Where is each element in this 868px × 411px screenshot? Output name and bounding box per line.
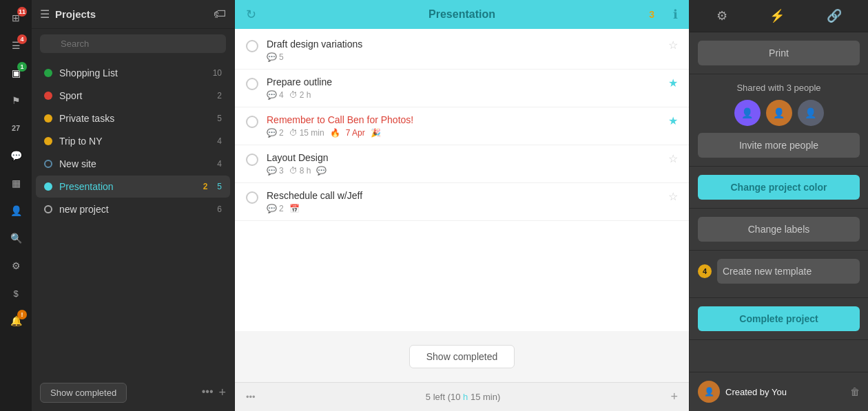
task-meta-3: 💬2 ⏱15 min 🔥 7 Apr 🎉 [267,128,660,138]
created-by-text: Created by You [725,387,845,397]
chat-bubble-icon-4: 💬 [316,166,327,176]
gear-sidebar-icon[interactable]: ⚙ [3,253,28,278]
created-by-user: You [772,387,787,397]
sidebar-item-shopping-list[interactable]: Shopping List 10 [36,62,230,84]
comment-icon-1: 💬 [267,52,277,62]
chart-icon[interactable]: ▦ [3,171,28,196]
print-button[interactable]: Print [698,41,860,65]
comment-icon-3: 💬 [267,128,277,138]
dollar-icon[interactable]: $ [3,281,28,306]
footer-plus-icon[interactable]: + [670,390,678,404]
search-icon[interactable]: 🔍 [3,226,28,251]
task-checkbox-2[interactable] [246,78,258,90]
clock-icon-3: ⏱ [289,128,298,138]
step-row-4: 4 Create new template [698,259,860,284]
project-dot-trip [44,137,52,145]
apps-icon[interactable]: ⊞ 11 [3,6,28,30]
panel-lightning-icon[interactable]: ⚡ [764,6,790,26]
sidebar-item-new-project[interactable]: new project 6 [36,198,230,220]
panel-link-icon[interactable]: 🔗 [821,6,847,26]
task-meta-4: 💬3 ⏱8 h 💬 [267,166,660,176]
project-name-trip: Trip to NY [59,136,210,147]
task-title-3: Remember to Call Ben for Photos! [267,114,660,125]
task-checkbox-4[interactable] [246,154,258,166]
task-star-4[interactable]: ☆ [668,152,678,165]
task-body-5: Reschedule call w/Jeff 💬2 📅 [267,190,660,213]
footer-dots-icon[interactable]: ••• [246,392,256,402]
inbox-badge: 4 [17,34,27,44]
trash-icon[interactable]: 🗑 [850,386,860,397]
tasks-footer: Show completed [235,331,689,382]
print-section: Print [690,32,868,74]
create-template-button[interactable]: Create new template [717,259,860,284]
sidebar-item-sport[interactable]: Sport 2 [36,85,230,107]
sidebar-dots-icon[interactable]: ••• [202,386,214,400]
main-footer-bar: ••• 5 left (10 h 15 min) + [235,382,689,411]
sidebar-item-private-tasks[interactable]: Private tasks 5 [36,107,230,129]
sidebar-item-presentation[interactable]: Presentation 2 5 [36,176,230,198]
complete-project-button[interactable]: Complete project [698,306,860,331]
project-dot-presentation [44,182,52,191]
project-count-sport: 2 [217,91,222,101]
task-star-1[interactable]: ☆ [668,39,678,52]
bell-badge: ! [17,310,27,319]
comment-icon-2: 💬 [267,90,277,100]
invite-more-button[interactable]: Invite more people [698,133,860,158]
avatar-2[interactable]: 👤 [766,100,792,126]
task-star-3[interactable]: ★ [668,114,678,127]
calendar-icon[interactable]: 27 [3,116,28,140]
task-time-3: ⏱15 min [289,128,324,138]
step-badge-4: 4 [698,264,712,278]
panel-footer: 👤 Created by You 🗑 [690,372,868,411]
task-body-3: Remember to Call Ben for Photos! 💬2 ⏱15 … [267,114,660,138]
project-count-presentation: 5 [217,182,222,191]
change-labels-button[interactable]: Change labels [698,217,860,242]
project-name-private: Private tasks [59,113,210,124]
info-icon[interactable]: ℹ [673,7,678,22]
task-meta-5: 💬2 📅 [267,204,660,213]
sidebar: ☰ Projects 🏷 🔍 Shopping List 10 Sport 2 … [32,0,235,411]
project-name-sport: Sport [59,90,210,101]
sidebar-footer: Show completed ••• + [32,377,234,411]
refresh-icon[interactable]: ↻ [246,7,256,22]
avatar-3[interactable]: 👤 [798,100,824,126]
task-time-2: ⏱2 h [289,90,311,100]
right-panel: ⚙ ⚡ 🔗 Print Shared with 3 people 👤 👤 👤 I… [689,0,868,411]
panel-gear-icon[interactable]: ⚙ [711,6,733,26]
creator-avatar: 👤 [698,381,720,403]
sidebar-search-wrapper: 🔍 [32,29,234,59]
project-dot-new-site [44,160,52,168]
projects-badge: 1 [17,62,27,72]
task-star-5[interactable]: ☆ [668,190,678,203]
task-title-2: Prepare outline [267,76,660,87]
sidebar-item-new-site[interactable]: New site 4 [36,153,230,175]
sidebar-tag-icon[interactable]: 🏷 [214,7,226,21]
task-comments-3: 💬2 [267,128,284,138]
sidebar-bottom-icons: ••• + [202,386,226,400]
task-checkbox-3[interactable] [246,116,258,128]
calendar-icon-5: 📅 [289,204,300,213]
inbox-icon[interactable]: ☰ 4 [3,33,28,58]
task-star-2[interactable]: ★ [668,76,678,89]
person-icon[interactable]: 👤 [3,198,28,223]
project-count-shopping: 10 [213,68,222,78]
sidebar-plus-icon[interactable]: + [218,386,226,400]
table-row: Layout Design 💬3 ⏱8 h 💬 ☆ [235,145,689,183]
chat-icon[interactable]: 💬 [3,143,28,168]
bell-icon[interactable]: 🔔 ! [3,308,28,333]
main-show-completed-button[interactable]: Show completed [409,345,515,368]
sidebar-show-completed-button[interactable]: Show completed [40,383,127,403]
project-count-new-project: 6 [217,204,222,214]
task-checkbox-5[interactable] [246,191,258,204]
icon-bar: ⊞ 11 ☰ 4 ▣ 1 ⚑ 27 💬 ▦ 👤 🔍 ⚙ $ 🔔 ! [0,0,32,411]
task-meta-2: 💬4 ⏱2 h [267,90,660,100]
sidebar-item-trip-ny[interactable]: Trip to NY 4 [36,130,230,152]
change-color-button[interactable]: Change project color [698,175,860,200]
avatar-1[interactable]: 👤 [734,100,761,126]
flag-icon[interactable]: ⚑ [3,88,28,113]
project-count-new-site: 4 [217,159,222,169]
search-input[interactable] [40,34,226,53]
task-checkbox-1[interactable] [246,40,258,52]
projects-icon[interactable]: ▣ 1 [3,61,28,85]
project-count-trip: 4 [217,136,222,146]
